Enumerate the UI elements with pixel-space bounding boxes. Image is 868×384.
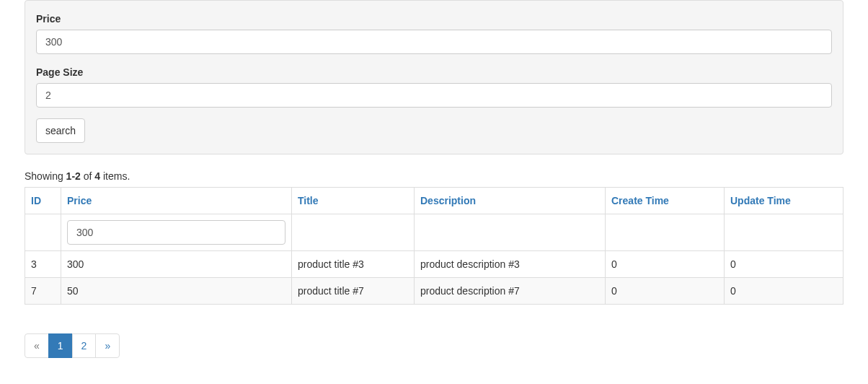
results-table: ID Price Title Description Create Time U… — [25, 187, 843, 305]
filter-panel: Price Page Size search — [25, 0, 843, 154]
pagesize-input[interactable] — [36, 83, 832, 108]
price-label: Price — [36, 12, 61, 26]
pagination: « 1 2 » — [25, 333, 120, 358]
filter-price-input[interactable] — [67, 220, 285, 245]
header-description[interactable]: Description — [420, 195, 476, 206]
cell-update-time: 0 — [725, 251, 843, 278]
search-button[interactable]: search — [36, 118, 85, 143]
cell-title: product title #7 — [292, 278, 415, 305]
header-title[interactable]: Title — [298, 195, 319, 206]
cell-price: 50 — [61, 278, 292, 305]
cell-title: product title #3 — [292, 251, 415, 278]
cell-price: 300 — [61, 251, 292, 278]
cell-id: 7 — [25, 278, 61, 305]
header-price[interactable]: Price — [67, 195, 92, 206]
chevron-right-icon: » — [95, 333, 120, 358]
price-input[interactable] — [36, 30, 832, 54]
cell-create-time: 0 — [606, 251, 725, 278]
pagesize-form-group: Page Size — [36, 65, 832, 108]
chevron-left-icon: « — [25, 333, 49, 358]
table-header-row: ID Price Title Description Create Time U… — [25, 188, 843, 214]
header-create-time[interactable]: Create Time — [611, 195, 669, 206]
header-update-time[interactable]: Update Time — [730, 195, 791, 206]
table-filter-row — [25, 214, 843, 251]
table-row: 3 300 product title #3 product descripti… — [25, 251, 843, 278]
results-summary: Showing 1-2 of 4 items. — [25, 169, 843, 183]
cell-id: 3 — [25, 251, 61, 278]
pagesize-label: Page Size — [36, 65, 83, 79]
price-form-group: Price — [36, 12, 832, 54]
header-id[interactable]: ID — [31, 195, 41, 206]
cell-description: product description #7 — [415, 278, 606, 305]
table-row: 7 50 product title #7 product descriptio… — [25, 278, 843, 305]
cell-update-time: 0 — [725, 278, 843, 305]
cell-create-time: 0 — [606, 278, 725, 305]
cell-description: product description #3 — [415, 251, 606, 278]
